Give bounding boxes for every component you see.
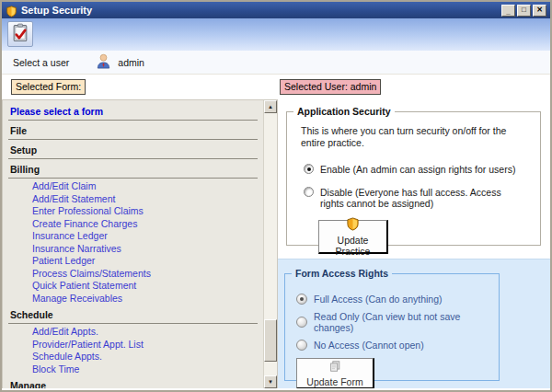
clipboard-check-icon [11,23,30,46]
radio-label: Enable (An admin can assign rights for u… [320,164,515,175]
title-bar[interactable]: Setup Security _ □ ✕ [2,2,550,18]
documents-icon [328,360,341,375]
form-list-link[interactable]: Quick Patient Statement [3,280,263,293]
application-security-group: Application Security This is where you c… [286,111,541,246]
update-practice-button[interactable]: Update Practice [318,220,388,254]
form-list-link[interactable]: Enter Professional Claims [3,205,263,218]
form-access-zone: Form Access Rights Full Access (Can do a… [278,259,550,388]
selected-user-tag: Selected User: admin [280,79,381,95]
header-strip: Selected Form: Selected User: admin [2,74,550,99]
form-list-prompt: Please select a form [8,104,258,121]
scroll-up-button[interactable]: ▲ [264,100,277,113]
form-list-link[interactable]: Insurance Narratives [3,243,263,256]
form-list-link[interactable]: Process Claims/Statements [3,268,263,281]
update-form-label: Update Form [306,376,362,387]
scroll-down-button[interactable]: ▼ [264,375,277,388]
update-practice-label: Update Practice [325,235,381,257]
setup-security-window: Setup Security _ □ ✕ Select a user [0,0,552,392]
shield-icon [346,217,360,233]
form-list-section: Schedule [8,307,258,324]
form-list-section: Manage [8,378,258,388]
minimize-button[interactable]: _ [501,5,515,17]
select-user-label: Select a user [13,57,69,68]
toolbar [2,18,550,51]
selected-username: admin [118,57,144,68]
form-list: Please select a formFileSetupBillingAdd/… [3,100,263,388]
form-list-panel: Please select a formFileSetupBillingAdd/… [2,99,278,388]
form-list-link[interactable]: Add/Edit Appts. [3,326,263,339]
form-list-link[interactable]: Create Finance Charges [3,218,263,231]
security-panel: Application Security This is where you c… [278,99,550,388]
form-list-link[interactable]: Insurance Ledger [3,230,263,243]
close-button[interactable]: ✕ [533,5,546,17]
maximize-button[interactable]: □ [517,5,531,17]
form-list-section: File [8,123,258,140]
form-list-link[interactable]: Schedule Appts. [3,351,263,363]
form-access-rights-title: Form Access Rights [292,268,392,279]
radio-label: No Access (Cannot open) [314,340,424,351]
form-list-link[interactable]: Block Time [3,363,263,376]
form-list-section: Billing [8,162,258,179]
radio-label: Full Access (Can do anything) [314,294,442,305]
form-list-link[interactable]: Manage Receivables [3,293,263,306]
window-title: Setup Security [21,5,500,16]
main-area: Please select a formFileSetupBillingAdd/… [2,99,550,388]
application-security-options: Enable (An admin can assign rights for u… [287,164,540,209]
user-bar: Select a user admin [2,51,550,74]
radio-button-selected[interactable] [296,294,307,305]
user-avatar-icon [95,52,112,72]
application-security-option[interactable]: Enable (An admin can assign rights for u… [304,164,523,175]
radio-button[interactable] [304,187,314,197]
user-picker[interactable]: admin [95,52,144,72]
form-list-link[interactable]: Provider/Patient Appt. List [3,339,263,352]
update-form-button[interactable]: Update Form [296,358,374,388]
form-access-option[interactable]: Read Only (Can view but not save changes… [296,311,499,333]
form-access-option[interactable]: No Access (Cannot open) [296,340,499,351]
scrollbar-thumb[interactable] [264,319,277,362]
form-access-options: Full Access (Can do anything)Read Only (… [285,294,499,351]
shield-icon [6,5,17,17]
setup-security-tool-button[interactable] [7,21,33,47]
radio-label: Disable (Everyone has full access. Acces… [320,187,523,209]
selected-form-tag: Selected Form: [11,79,86,95]
radio-label: Read Only (Can view but not save changes… [314,311,499,333]
application-security-option[interactable]: Disable (Everyone has full access. Acces… [304,187,523,209]
radio-button[interactable] [296,340,307,351]
form-list-link[interactable]: Patient Ledger [3,255,263,268]
application-security-title: Application Security [293,106,395,117]
radio-button[interactable] [296,317,307,328]
radio-button-selected[interactable] [304,164,314,174]
form-list-scrollbar[interactable]: ▲ ▼ [263,100,277,388]
application-security-description: This is where you can turn security on/o… [287,112,540,149]
form-access-rights-group: Form Access Rights Full Access (Can do a… [284,273,500,381]
form-list-section: Setup [8,143,258,159]
form-list-link[interactable]: Add/Edit Claim [3,180,263,193]
form-list-link[interactable]: Add/Edit Statement [3,193,263,206]
form-access-option[interactable]: Full Access (Can do anything) [296,294,499,305]
